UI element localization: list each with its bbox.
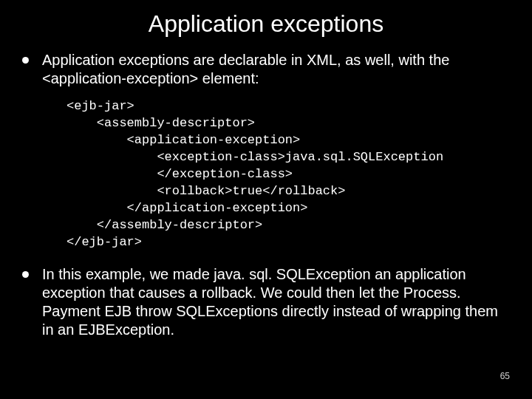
bullet-item-1: Application exceptions are declarable in… bbox=[22, 51, 510, 88]
code-line: </assembly-descriptor> bbox=[66, 218, 262, 232]
code-line: <ejb-jar> bbox=[66, 99, 134, 113]
bullet-icon bbox=[22, 271, 29, 278]
code-line: </exception-class> bbox=[66, 167, 293, 181]
code-line: <assembly-descriptor> bbox=[66, 116, 255, 130]
bullet-icon bbox=[22, 57, 29, 64]
code-line: <application-exception> bbox=[66, 133, 300, 147]
code-line: </ejb-jar> bbox=[66, 235, 142, 249]
code-line: </application-exception> bbox=[66, 201, 307, 215]
page-number: 65 bbox=[500, 371, 510, 381]
code-line: <rollback>true</rollback> bbox=[66, 184, 345, 198]
bullet-item-2: In this example, we made java. sql. SQLE… bbox=[22, 265, 510, 339]
bullet-text: In this example, we made java. sql. SQLE… bbox=[42, 265, 510, 339]
code-line: <exception-class>java.sql.SQLException bbox=[66, 150, 443, 164]
slide: Application exceptions Application excep… bbox=[0, 0, 532, 399]
slide-title: Application exceptions bbox=[22, 10, 510, 38]
bullet-text: Application exceptions are declarable in… bbox=[42, 51, 510, 88]
code-block: <ejb-jar> <assembly-descriptor> <applica… bbox=[66, 98, 510, 250]
